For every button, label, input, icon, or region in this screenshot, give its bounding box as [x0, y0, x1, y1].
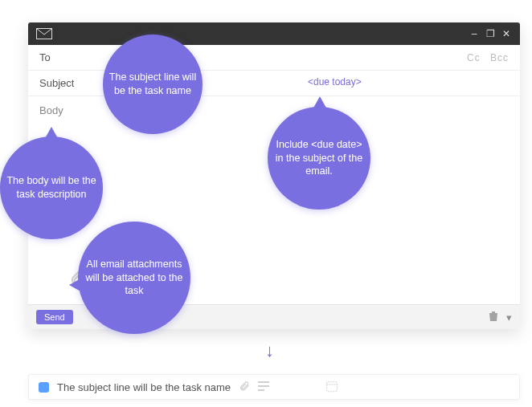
subject-label: Subject	[39, 77, 84, 89]
minimize-icon[interactable]: –	[469, 28, 480, 39]
trash-icon[interactable]	[489, 311, 498, 324]
annotation-attachments: All email attachments will be attached t…	[78, 222, 190, 334]
annotation-subject: The subject line will be the task name	[103, 35, 203, 134]
description-icon	[258, 381, 269, 393]
arrow-down-icon: ↓	[265, 340, 274, 361]
close-icon[interactable]: ✕	[501, 28, 512, 39]
due-date-token: <due today>	[308, 76, 362, 88]
body-label: Body	[39, 104, 63, 116]
titlebar: – ❐ ✕	[28, 22, 520, 45]
task-title: The subject line will be the task name	[57, 381, 231, 393]
to-label: To	[39, 51, 84, 63]
subject-row[interactable]: Subject	[28, 71, 520, 96]
task-checkbox[interactable]	[39, 382, 49, 393]
annotation-due-date: Include <due date> in the subject of the…	[268, 107, 370, 210]
mail-icon	[36, 28, 52, 39]
cc-toggle[interactable]: Cc	[467, 52, 481, 63]
task-row[interactable]: The subject line will be the task name	[28, 374, 520, 400]
more-menu-icon[interactable]: ▾	[506, 311, 512, 324]
calendar-icon	[325, 380, 338, 395]
to-row[interactable]: To Cc Bcc	[28, 45, 520, 71]
bcc-toggle[interactable]: Bcc	[490, 52, 509, 63]
svg-rect-4	[327, 381, 338, 391]
annotation-body: The body will be the task description	[0, 136, 103, 239]
attachment-icon	[239, 381, 250, 394]
maximize-icon[interactable]: ❐	[485, 28, 496, 39]
send-button[interactable]: Send	[36, 310, 73, 324]
